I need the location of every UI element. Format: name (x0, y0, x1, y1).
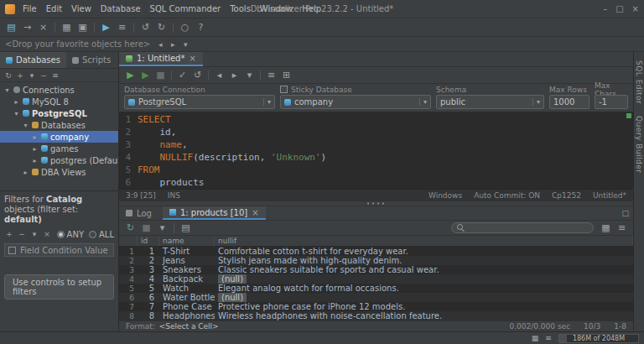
disconnect-icon[interactable]: × (36, 21, 50, 34)
filter-field-checkbox[interactable] (8, 247, 16, 254)
menu-item[interactable]: Edit (44, 3, 64, 14)
refresh-tree-icon[interactable]: ↻ (3, 70, 13, 81)
nullif-cell[interactable]: (null) (215, 274, 633, 284)
radio-all[interactable]: ALL (89, 230, 114, 239)
memory-indicator[interactable]: 186M of 2048M (558, 334, 639, 343)
close-icon[interactable]: × (632, 4, 639, 13)
expand-arrow-icon[interactable]: ▸ (31, 133, 39, 141)
new-script-icon[interactable]: ≡ (115, 21, 129, 34)
radio-any[interactable]: ANY (57, 230, 84, 239)
next-sql-icon[interactable]: ▸ (227, 69, 242, 82)
expand-arrow-icon[interactable]: ▾ (3, 86, 11, 94)
add-filter-icon[interactable]: + (4, 229, 14, 239)
commit-icon[interactable]: ✓ (175, 69, 190, 82)
maximize-panel-icon[interactable]: □ (621, 206, 633, 220)
name-cell[interactable]: Headphones (159, 311, 215, 321)
name-cell[interactable]: Phone Case (159, 302, 215, 311)
expand-arrow-icon[interactable]: ▸ (22, 169, 29, 176)
column-header[interactable]: name (159, 236, 215, 246)
sql-history-icon[interactable]: ▾ (242, 69, 257, 82)
minimize-icon[interactable]: – (603, 4, 607, 13)
new-connection-icon[interactable]: ▤ (4, 21, 18, 34)
status-grid-icon[interactable]: ▦ (530, 333, 540, 343)
execute-icon[interactable]: ▶ (123, 69, 138, 82)
expand-arrow-icon[interactable]: ▸ (13, 98, 20, 106)
grid-search-box[interactable] (451, 222, 594, 233)
nullif-cell[interactable]: Comfortable cotton t-shirt for everyday … (215, 247, 633, 256)
nullif-cell[interactable]: Protective phone case for iPhone 12 mode… (215, 302, 633, 311)
schema-dropdown[interactable]: public ▾ (436, 95, 544, 109)
filter-tree-icon[interactable]: ▾ (27, 70, 37, 81)
nullif-cell[interactable]: (null) (215, 293, 633, 302)
expand-arrow-icon[interactable]: ▸ (31, 145, 39, 153)
maximize-icon[interactable]: □ (615, 4, 623, 13)
name-cell[interactable]: T-Shirt (159, 247, 215, 256)
column-header[interactable]: nullif (215, 236, 633, 246)
sql-code[interactable]: SELECT id, name, NULLIF(description, 'Un… (134, 112, 633, 189)
table-row[interactable]: 8 8 Headphones Wireless headphones with … (119, 311, 633, 321)
tree-settings-icon[interactable]: ≡ (50, 70, 60, 81)
nullif-cell[interactable]: Stylish jeans made with high-quality den… (215, 256, 633, 265)
menu-item[interactable]: View (70, 3, 93, 14)
open-file-icon[interactable]: ▦ (60, 21, 74, 34)
tree-item[interactable]: ▾ PostgreSQL (0, 107, 118, 119)
left-tab[interactable]: Databases (0, 52, 66, 68)
vertical-tab[interactable]: Query Builder (635, 116, 643, 174)
left-tab[interactable]: Scripts (66, 52, 117, 68)
add-connection-icon[interactable]: + (15, 70, 25, 81)
expand-arrow-icon[interactable]: ▸ (31, 157, 39, 164)
previous-sql-icon[interactable]: ◂ (212, 69, 226, 82)
results-tab[interactable]: 1: products [10] × (163, 206, 266, 220)
undo-icon[interactable]: ↺ (138, 21, 153, 34)
grid-search-input[interactable] (468, 224, 588, 232)
rollback-icon[interactable]: ↺ (190, 69, 205, 82)
stop-load-icon[interactable]: ■ (139, 222, 153, 235)
format-selector[interactable]: <Select a Cell> (159, 322, 219, 331)
sticky-database-checkbox[interactable] (280, 86, 288, 93)
next-favorite-icon[interactable]: ▸ (168, 39, 178, 50)
apply-filter-icon[interactable]: ▾ (29, 229, 39, 239)
id-cell[interactable]: 8 (138, 311, 159, 321)
id-cell[interactable]: 1 (138, 247, 159, 256)
vertical-tab[interactable]: SQL Editor (635, 60, 643, 104)
results-tab[interactable]: Log (119, 206, 163, 220)
id-cell[interactable]: 5 (138, 284, 159, 293)
database-dropdown[interactable]: company ▾ (280, 95, 431, 109)
panel-splitter[interactable] (119, 201, 633, 206)
id-cell[interactable]: 6 (138, 293, 159, 302)
table-row[interactable]: 3 3 Sneakers Classic sneakers suitable f… (119, 265, 633, 274)
search-icon[interactable]: ○ (178, 21, 192, 34)
table-row[interactable]: 4 4 Backpack (null) (119, 274, 633, 284)
table-row[interactable]: 5 5 Watch Elegant analog watch for forma… (119, 284, 633, 293)
stop-execution-icon[interactable]: ■ (153, 69, 168, 82)
name-cell[interactable]: Sneakers (159, 265, 215, 274)
menu-item[interactable]: SQL Commander (148, 3, 223, 14)
menu-item[interactable]: File (21, 3, 39, 14)
prev-favorite-icon[interactable]: ◂ (155, 39, 165, 50)
reload-grid-icon[interactable]: ↻ (123, 222, 138, 235)
help-icon[interactable]: ? (194, 21, 208, 34)
sql-commander-icon[interactable]: ▶ (99, 21, 113, 34)
id-cell[interactable]: 7 (138, 302, 159, 311)
favorites-menu-icon[interactable]: ▾ (180, 39, 190, 50)
tree-item[interactable]: ▸ postgres (Default) (0, 154, 118, 166)
column-header[interactable]: id (138, 236, 159, 246)
expand-arrow-icon[interactable]: ▾ (13, 110, 20, 117)
filter-field-row[interactable]: Field Condition Value (4, 243, 114, 257)
collapse-all-icon[interactable]: − (39, 70, 49, 81)
name-cell[interactable]: Water Bottle (159, 293, 215, 302)
id-cell[interactable]: 3 (138, 265, 159, 274)
nullif-cell[interactable]: Elegant analog watch for formal occasion… (215, 284, 633, 293)
tree-item[interactable]: ▸ MySQL 8 (0, 96, 118, 107)
id-cell[interactable]: 4 (138, 274, 159, 284)
id-cell[interactable]: 2 (138, 256, 159, 265)
max-chars-input[interactable]: -1 (595, 95, 628, 109)
export-grid-icon[interactable]: ▤ (179, 222, 193, 235)
text-view-icon[interactable]: ≡ (615, 222, 629, 235)
tree-item[interactable]: ▸ company (0, 131, 118, 143)
tab-untitled[interactable]: 1: Untitled* × (119, 52, 203, 66)
execute-buffer-icon[interactable]: ▶ (138, 69, 153, 82)
tree-item[interactable]: ▾ Connections (0, 84, 118, 96)
menu-item[interactable]: Database (99, 3, 143, 14)
format-sql-icon[interactable]: ≡ (264, 69, 278, 82)
